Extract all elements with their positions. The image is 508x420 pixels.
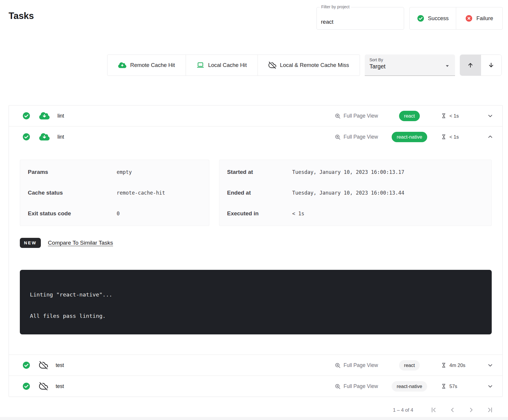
hourglass-icon [441,362,447,368]
page-range-label: 1 – 4 of 4 [393,407,413,413]
cloud-download-icon [39,133,50,141]
full-page-view-link[interactable]: Full Page View [335,113,378,119]
collapse-chevron-up-icon[interactable] [487,134,493,140]
previous-page-button[interactable] [449,406,456,413]
task-row: test Full Page View react 4m 20s [9,355,502,376]
cloud-download-icon [39,112,50,120]
full-page-view-label: Full Page View [344,383,378,389]
check-circle-icon [22,361,30,369]
exit-status-code-value: 0 [117,211,120,217]
ended-at-value: Tuesday, January 10, 2023 16:00:13.44 [292,190,404,196]
cache-filter-group: Remote Cache Hit Local Cache Hit Local &… [107,54,360,76]
new-badge: NEW [20,238,41,248]
remote-cache-hit-filter-button[interactable]: Remote Cache Hit [107,54,186,76]
zoom-in-icon [335,383,341,389]
cache-status-value: remote-cache-hit [117,190,165,196]
cloud-off-icon [39,361,48,370]
task-meta-panel: Params empty Cache status remote-cache-h… [20,160,209,226]
task-name: lint [57,134,64,140]
failure-filter-button[interactable]: Failure [456,7,503,30]
hourglass-icon [441,113,447,119]
hourglass-icon [441,383,447,389]
arrow-up-icon [467,62,474,69]
hourglass-icon [441,134,447,140]
sort-descending-button[interactable] [481,55,502,76]
success-filter-button[interactable]: Success [409,7,456,30]
project-badge: react [399,360,420,371]
zoom-in-icon [335,113,341,119]
expand-chevron-down-icon[interactable] [487,113,493,119]
last-page-button[interactable] [487,406,494,413]
compare-to-similar-tasks-link[interactable]: Compare To Similar Tasks [48,240,113,246]
remote-cache-hit-label: Remote Cache Hit [130,62,175,68]
check-circle-icon [22,133,30,141]
task-row: lint Full Page View react-native < 1s [9,126,502,355]
task-row-header[interactable]: test Full Page View react 4m 20s [9,355,502,376]
sort-direction-group [460,54,502,76]
sort-by-select[interactable]: Sort By Target [365,54,455,76]
cloud-download-icon [118,62,126,68]
arrow-down-icon [488,62,495,69]
check-circle-icon [22,112,30,120]
next-page-icon [468,406,475,413]
check-circle-icon [417,15,424,22]
task-row-header[interactable]: test Full Page View react-native 57s [9,376,502,397]
params-label: Params [28,169,117,175]
task-row-right: Full Page View react-native 57s [335,381,493,392]
terminal-line [30,300,482,311]
task-timing-panel: Started at Tuesday, January 10, 2023 16:… [219,160,492,226]
first-page-icon [430,406,437,413]
task-duration: 57s [449,384,457,389]
executed-in-value: < 1s [292,211,304,217]
task-row-right: Full Page View react-native < 1s [335,132,493,142]
project-filter-field[interactable]: Filter by project [316,7,404,30]
previous-page-icon [449,406,456,413]
local-cache-hit-filter-button[interactable]: Local Cache Hit [186,54,258,76]
task-row-header[interactable]: lint Full Page View react-native < 1s [9,126,502,147]
task-name: test [56,383,64,389]
tasks-page: Tasks Filter by project Success Failure … [0,0,508,420]
task-row-right: Full Page View react < 1s [335,111,493,121]
laptop-icon [197,61,204,69]
project-badge: react-native [392,381,427,392]
full-page-view-link[interactable]: Full Page View [335,362,378,368]
expand-chevron-down-icon[interactable] [487,383,493,389]
first-page-button[interactable] [430,406,437,413]
status-filter-group: Success Failure [409,7,503,30]
task-details: Params empty Cache status remote-cache-h… [9,147,502,355]
expand-chevron-down-icon[interactable] [487,362,493,368]
pagination: 1 – 4 of 4 [393,405,494,415]
failure-filter-label: Failure [476,15,493,22]
local-cache-hit-label: Local Cache Hit [208,62,247,68]
terminal-line: Linting "react-native"... [30,289,482,300]
ended-at-label: Ended at [227,190,292,196]
task-duration: < 1s [449,113,459,119]
terminal-line: All files pass linting. [30,311,482,321]
full-page-view-link[interactable]: Full Page View [335,134,378,140]
sort-by-value: Target [369,63,450,70]
task-name: test [56,362,64,368]
project-badge: react [399,111,420,121]
sort-ascending-button[interactable] [460,55,481,76]
started-at-value: Tuesday, January 10, 2023 16:00:13.17 [292,169,404,175]
success-filter-label: Success [428,15,449,22]
task-row-header[interactable]: lint Full Page View react < 1s [9,105,502,126]
check-circle-icon [22,382,30,390]
task-duration: < 1s [449,134,459,140]
project-filter-input[interactable] [321,19,400,25]
next-page-button[interactable] [468,406,475,413]
full-page-view-label: Full Page View [344,134,378,140]
full-page-view-link[interactable]: Full Page View [335,383,378,389]
zoom-in-icon [335,362,341,368]
cloud-off-icon [269,61,276,69]
project-filter-label: Filter by project [320,4,351,9]
cache-miss-filter-button[interactable]: Local & Remote Cache Miss [258,54,360,76]
zoom-in-icon [335,134,341,140]
started-at-label: Started at [227,169,292,175]
full-page-view-label: Full Page View [344,113,378,119]
task-list: lint Full Page View react < 1s [9,105,503,397]
chevron-down-icon [444,62,451,69]
toolbar: Remote Cache Hit Local Cache Hit Local &… [0,54,502,76]
last-page-icon [487,406,494,413]
full-page-view-label: Full Page View [344,362,378,368]
